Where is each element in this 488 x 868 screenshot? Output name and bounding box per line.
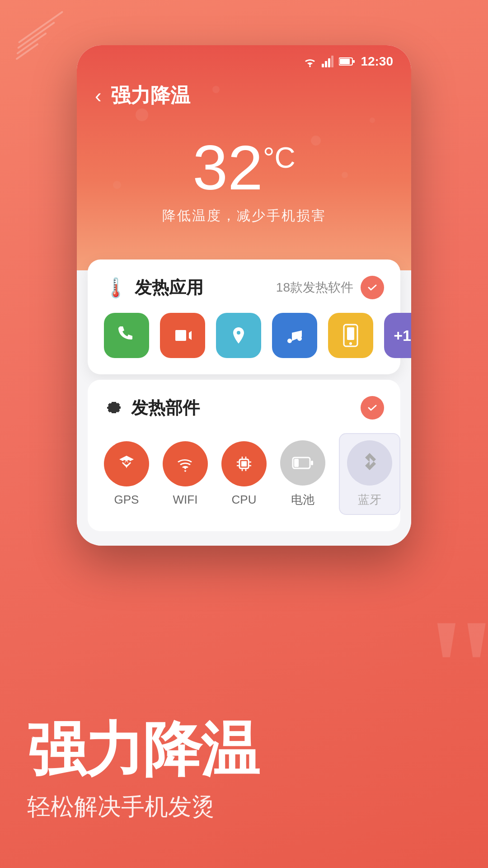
app-icon-phone2[interactable] [328, 313, 373, 358]
bubble-4 [370, 118, 375, 123]
components-section-header: 发热部件 [104, 396, 384, 420]
gps-label: GPS [114, 493, 139, 507]
phone-mockup: 12:30 ‹ 强力降温 32°C 降低温度，减少手机损害 🌡️ [77, 45, 411, 546]
back-button[interactable]: ‹ [95, 85, 102, 107]
gps-circle [104, 441, 149, 486]
app-icons-row: +12 [104, 313, 384, 358]
thermometer-icon: 🌡️ [104, 277, 127, 299]
svg-point-9 [349, 342, 352, 345]
svg-rect-3 [331, 56, 333, 67]
nav-bar: ‹ 强力降温 [77, 73, 411, 118]
temperature-unit: °C [263, 142, 296, 174]
components-title: 发热部件 [131, 396, 200, 420]
svg-rect-22 [311, 461, 313, 465]
battery-component-icon [292, 454, 314, 472]
status-bar: 12:30 [77, 45, 411, 73]
components-card: 发热部件 [88, 380, 400, 531]
component-gps[interactable]: GPS [104, 441, 149, 507]
sub-title: 轻松解决手机发烫 [27, 791, 461, 823]
bubble-5 [113, 181, 121, 189]
cpu-icon [233, 453, 255, 475]
apps-title: 发热应用 [135, 276, 203, 299]
svg-rect-11 [241, 461, 247, 467]
cards-area: 🌡️ 发热应用 18款发热软件 [77, 270, 411, 546]
apps-header-left: 🌡️ 发热应用 [104, 276, 203, 299]
app-icon-video[interactable] [160, 313, 205, 358]
svg-rect-6 [353, 60, 355, 63]
svg-rect-21 [294, 459, 299, 467]
svg-rect-5 [340, 59, 350, 64]
svg-rect-2 [328, 58, 330, 67]
component-wifi[interactable]: WIFI [163, 441, 208, 507]
battery-label: 电池 [291, 492, 314, 508]
video-icon [173, 326, 192, 345]
bottom-section: 强力降温 轻松解决手机发烫 [0, 690, 488, 868]
wifi-status-icon [303, 56, 317, 67]
map-icon [229, 326, 249, 345]
status-icons [303, 56, 355, 67]
cpu-circle [221, 441, 267, 486]
bubble-6 [342, 172, 348, 178]
components-header-left: 发热部件 [104, 396, 200, 420]
app-icon-phone[interactable] [104, 313, 149, 358]
check-icon [367, 282, 378, 293]
svg-rect-1 [325, 61, 327, 67]
apps-check-badge[interactable] [361, 276, 384, 299]
battery-circle [280, 440, 325, 486]
components-check-badge[interactable] [361, 396, 384, 420]
phone-icon [115, 324, 138, 347]
music-icon [285, 326, 305, 345]
component-cpu[interactable]: CPU [221, 441, 267, 507]
component-battery[interactable]: 电池 [280, 440, 325, 508]
svg-rect-0 [322, 64, 324, 67]
smartphone-icon [341, 324, 360, 347]
component-icons-row: GPS WIFI [104, 433, 384, 515]
bluetooth-icon [361, 451, 379, 475]
bubble-1 [136, 108, 148, 121]
app-icon-more[interactable]: +12 [384, 313, 411, 358]
signal-icon [322, 56, 334, 67]
temperature-value: 32°C [77, 136, 411, 199]
apps-card: 🌡️ 发热应用 18款发热软件 [88, 259, 400, 374]
bubble-2 [212, 86, 220, 93]
wifi-label: WIFI [173, 493, 198, 507]
bluetooth-circle [347, 440, 392, 486]
bluetooth-label: 蓝牙 [358, 492, 381, 508]
main-title: 强力降温 [27, 717, 461, 782]
more-count-label: +12 [394, 327, 411, 344]
phone-screen: 12:30 ‹ 强力降温 32°C 降低温度，减少手机损害 🌡️ [77, 45, 411, 546]
app-icon-map[interactable] [216, 313, 261, 358]
page-title: 强力降温 [111, 82, 190, 109]
temperature-display: 32°C 降低温度，减少手机损害 [77, 118, 411, 239]
apps-header-right: 18款发热软件 [276, 276, 384, 299]
wifi-component-icon [174, 455, 197, 473]
gear-icon [104, 398, 124, 418]
apps-section-header: 🌡️ 发热应用 18款发热软件 [104, 276, 384, 299]
cpu-label: CPU [232, 493, 257, 507]
check-icon-2 [367, 402, 378, 413]
app-icon-music[interactable] [272, 313, 317, 358]
bubble-3 [311, 136, 321, 146]
component-bluetooth[interactable]: 蓝牙 [339, 433, 400, 515]
background-decoration [14, 23, 68, 56]
svg-rect-8 [347, 327, 354, 340]
gps-icon [117, 454, 136, 474]
temperature-subtitle: 降低温度，减少手机损害 [77, 207, 411, 225]
apps-badge: 18款发热软件 [276, 279, 353, 296]
battery-status-icon [339, 57, 355, 66]
wifi-circle [163, 441, 208, 486]
status-time: 12:30 [361, 54, 393, 69]
